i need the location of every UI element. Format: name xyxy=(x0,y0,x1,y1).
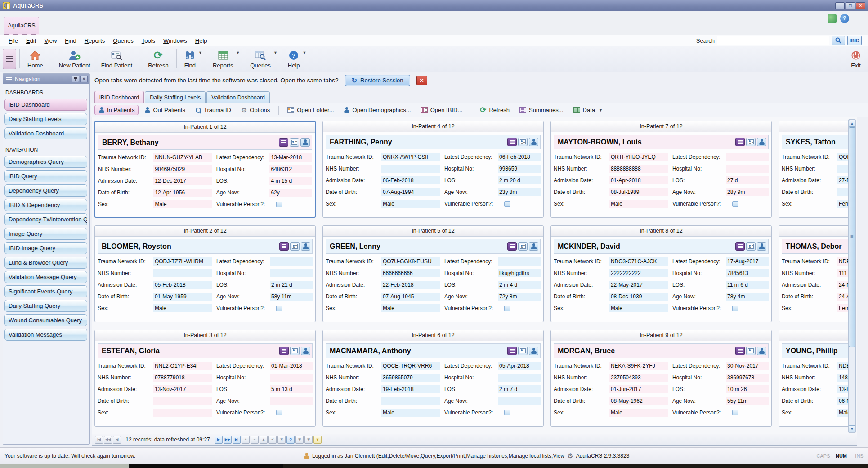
patient-card[interactable]: In-Patient 10 of 12 SYKES, Tatton xyxy=(779,121,848,218)
vulnerable-checkbox[interactable] xyxy=(276,306,282,311)
menu-item[interactable]: File xyxy=(4,36,22,45)
out-patients-button[interactable]: Out Patients xyxy=(140,105,189,115)
patient-card[interactable]: In-Patient 9 of 12 MORGAN, Bruce xyxy=(550,330,772,427)
sidebar-close-icon[interactable]: × xyxy=(80,76,88,82)
find-button[interactable]: Find xyxy=(179,48,201,70)
sidebar-nav-item[interactable]: IBID & Dependency xyxy=(4,199,87,211)
navigator-button[interactable]: ▼ xyxy=(313,436,322,444)
card-ibid-icon[interactable] xyxy=(279,346,289,355)
sidebar-nav-item[interactable]: Image Query xyxy=(4,228,87,240)
vertical-scrollbar[interactable]: ▲ ▼ xyxy=(848,119,856,433)
sidebar-nav-item[interactable]: IBID Image Query xyxy=(4,242,87,254)
restore-session-button[interactable]: ↻ Restore Session xyxy=(345,75,410,86)
card-patient-folder-icon[interactable] xyxy=(301,242,310,251)
card-demographics-icon[interactable] xyxy=(290,242,300,251)
open-ibid-button[interactable]: Open IBID... xyxy=(417,105,467,115)
menu-item[interactable]: Edit xyxy=(22,36,40,45)
card-demographics-icon[interactable] xyxy=(290,346,300,355)
sidebar-nav-item[interactable]: Dependency Query xyxy=(4,184,87,197)
sidebar-dashboard-item[interactable]: Validation Dashboard xyxy=(4,127,87,140)
patient-card[interactable]: In-Patient 4 of 12 FARTHING, Penny xyxy=(322,121,544,218)
help-dropdown-arrow[interactable]: ▼ xyxy=(303,50,307,55)
app-ribbon-tab[interactable]: AquilaCRS xyxy=(4,17,39,35)
scroll-up-icon[interactable]: ▲ xyxy=(849,120,855,127)
card-demographics-icon[interactable] xyxy=(518,138,528,146)
help-icon[interactable]: ? xyxy=(840,14,849,23)
card-ibid-icon[interactable] xyxy=(507,242,517,251)
help-button[interactable]: ? Help xyxy=(282,48,305,70)
card-patient-folder-icon[interactable] xyxy=(301,346,310,355)
ibid-search-button[interactable]: IBID xyxy=(847,36,862,45)
patient-card[interactable]: In-Patient 2 of 12 BLOOMER, Royston xyxy=(94,225,316,322)
patient-card[interactable]: In-Patient 12 of 12 YOUNG, Phillip xyxy=(779,330,848,427)
vulnerable-checkbox[interactable] xyxy=(732,306,738,311)
navigator-button[interactable]: + xyxy=(242,436,250,444)
sidebar-nav-item[interactable]: Validation Message Query xyxy=(4,271,87,283)
card-demographics-icon[interactable] xyxy=(746,346,756,355)
dismiss-notification-button[interactable]: ✕ xyxy=(416,76,427,86)
menu-item[interactable]: Help xyxy=(191,36,211,45)
options-button[interactable]: ⚙Options xyxy=(237,105,274,115)
card-demographics-icon[interactable] xyxy=(746,242,756,251)
sidebar-nav-item[interactable]: Wound Consumables Query xyxy=(4,314,87,326)
refresh-list-button[interactable]: ⟳Refresh xyxy=(476,105,514,115)
vulnerable-checkbox[interactable] xyxy=(504,410,510,415)
new-patient-button[interactable]: New Patient xyxy=(54,48,96,70)
navigator-button[interactable]: ◀ xyxy=(113,436,121,444)
sidebar-nav-item[interactable]: Daily Staffing Query xyxy=(4,300,87,312)
menu-item[interactable]: Find xyxy=(61,36,80,45)
dashboard-tab[interactable]: Daily Staffing Levels xyxy=(145,91,206,103)
navigator-button[interactable]: ▲ xyxy=(260,436,268,444)
reports-dropdown-arrow[interactable]: ▼ xyxy=(236,50,240,55)
menu-item[interactable]: Queries xyxy=(109,36,138,45)
card-ibid-icon[interactable] xyxy=(507,346,517,355)
home-button[interactable]: Home xyxy=(22,48,49,70)
vulnerable-checkbox[interactable] xyxy=(504,306,510,311)
patient-card[interactable]: In-Patient 11 of 12 THOMAS, Debor xyxy=(779,225,848,322)
sidebar-nav-item[interactable]: Validation Messages xyxy=(4,328,87,341)
card-patient-folder-icon[interactable] xyxy=(757,138,766,146)
vulnerable-checkbox[interactable] xyxy=(276,202,282,207)
navigator-button[interactable]: ▶| xyxy=(233,436,241,444)
sidebar-nav-item[interactable]: Demographics Query xyxy=(4,156,87,168)
sidebar-dashboard-item[interactable]: Daily Staffing Levels xyxy=(4,113,87,125)
refresh-button[interactable]: ⟳ Refresh xyxy=(143,48,174,70)
find-patient-button[interactable]: Find Patient xyxy=(96,48,138,70)
window-control-button[interactable]: □ xyxy=(846,2,855,9)
open-folder-button[interactable]: Open Folder... xyxy=(283,105,338,115)
sidebar-menu-icon[interactable] xyxy=(6,77,12,81)
navigator-button[interactable]: ✱ xyxy=(295,436,304,444)
card-patient-folder-icon[interactable] xyxy=(300,138,310,147)
queries-button[interactable]: Queries xyxy=(245,48,276,70)
exit-button[interactable]: Exit xyxy=(846,48,866,70)
scrollbar-thumb[interactable] xyxy=(849,127,855,347)
card-ibid-icon[interactable] xyxy=(735,242,745,251)
summaries-button[interactable]: Summaries... xyxy=(515,105,568,115)
patient-card[interactable]: In-Patient 8 of 12 MCKINDER, David xyxy=(550,225,772,322)
vulnerable-checkbox[interactable] xyxy=(504,201,510,207)
card-patient-folder-icon[interactable] xyxy=(529,346,538,355)
window-control-button[interactable]: – xyxy=(835,2,845,9)
reports-button[interactable]: Reports xyxy=(207,48,239,70)
navigator-button[interactable]: |◀ xyxy=(95,436,103,444)
card-patient-folder-icon[interactable] xyxy=(529,242,538,251)
card-patient-folder-icon[interactable] xyxy=(757,346,766,355)
patient-card[interactable]: In-Patient 1 of 12 BERRY, Bethany xyxy=(94,121,316,218)
card-ibid-icon[interactable] xyxy=(279,242,289,251)
sidebar-nav-item[interactable]: Dependency Tx/Intervention Q xyxy=(4,213,87,225)
patient-card[interactable]: In-Patient 7 of 12 MAYTON-BROWN, Louis xyxy=(550,121,772,218)
vulnerable-checkbox[interactable] xyxy=(732,201,738,207)
sidebar-dashboard-item[interactable]: iBID Dashboard xyxy=(4,99,87,111)
skin-icon[interactable] xyxy=(828,14,837,23)
sidebar-nav-item[interactable]: Significant Events Query xyxy=(4,285,87,297)
window-control-button[interactable]: × xyxy=(856,2,865,9)
patient-card[interactable]: In-Patient 5 of 12 GREEN, Lenny xyxy=(322,225,544,322)
patient-card[interactable]: In-Patient 3 of 12 ESTEFAN, Gloria xyxy=(94,330,316,427)
find-dropdown-arrow[interactable]: ▼ xyxy=(198,50,202,55)
navigator-button[interactable]: ✔ xyxy=(268,436,277,444)
menu-item[interactable]: Windows xyxy=(159,36,191,45)
patient-card[interactable]: In-Patient 6 of 12 MACNAMARA, Anthony xyxy=(322,330,544,427)
vulnerable-checkbox[interactable] xyxy=(276,410,282,415)
toolbar-menu-button[interactable] xyxy=(3,49,16,69)
card-ibid-icon[interactable] xyxy=(279,138,288,147)
